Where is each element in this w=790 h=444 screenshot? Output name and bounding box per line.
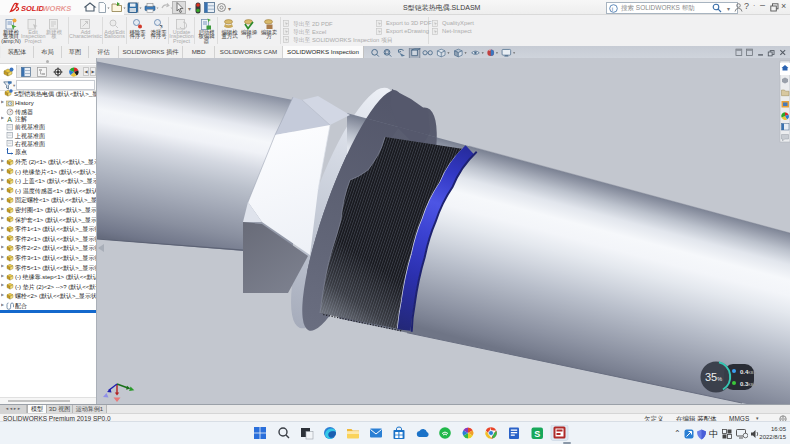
svg-text:WORKS: WORKS: [43, 4, 72, 13]
svg-text:i: i: [612, 5, 613, 11]
svg-text:S: S: [534, 429, 540, 439]
svg-text:SOLID: SOLID: [21, 4, 45, 13]
svg-text:A: A: [7, 115, 12, 122]
